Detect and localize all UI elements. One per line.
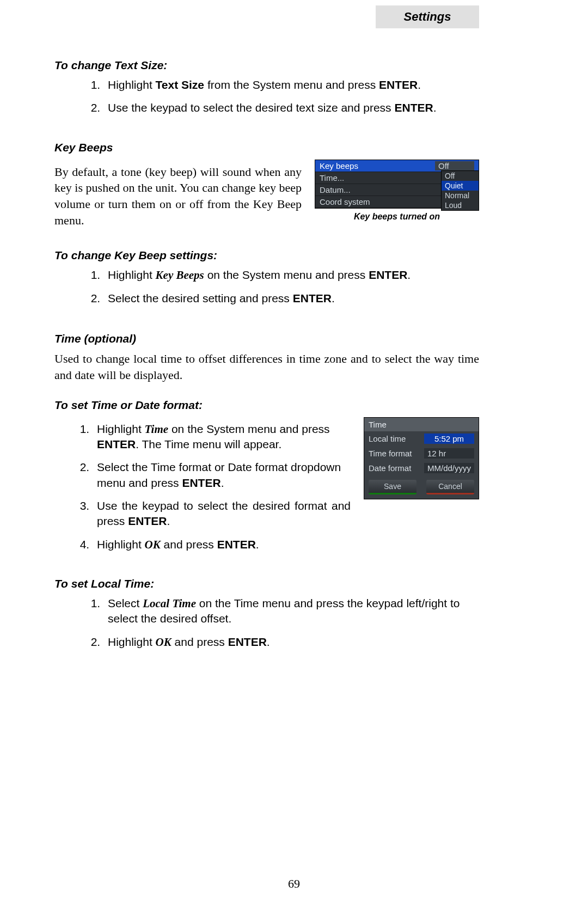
step: Highlight OK and press ENTER. [103, 634, 479, 650]
step: Use the keypad to select the desired for… [93, 498, 351, 529]
step: Highlight Key Beeps on the System menu a… [103, 267, 479, 283]
step: Select the Time format or Date format dr… [93, 460, 351, 491]
steps-time-format: Highlight Time on the System menu and pr… [54, 422, 351, 552]
cancel-button: Cancel [426, 480, 474, 494]
body-time: Used to change local time to offset diff… [54, 351, 479, 383]
time-menu-title: Time [364, 418, 479, 431]
step: Select the desired setting and press ENT… [103, 291, 479, 306]
heading-time-optional: Time (optional) [54, 332, 479, 345]
save-button: Save [369, 480, 416, 494]
dropdown-option-loud: Loud [442, 200, 479, 210]
steps-text-size: Highlight Text Size from the System menu… [54, 77, 479, 116]
dropdown-option-off: Off [442, 171, 479, 181]
step: Use the keypad to select the desired tex… [103, 100, 479, 115]
heading-change-text-size: To change Text Size: [54, 59, 479, 72]
time-row-local: Local time 5:52 pm [364, 431, 479, 446]
header-tab: Settings [376, 5, 479, 28]
step: Highlight OK and press ENTER. [93, 537, 351, 552]
step: Highlight Time on the System menu and pr… [93, 422, 351, 453]
steps-local-time: Select Local Time on the Time menu and p… [54, 596, 479, 650]
heading-set-time-format: To set Time or Date format: [54, 399, 479, 412]
page-content: To change Text Size: Highlight Text Size… [54, 44, 479, 657]
heading-key-beeps: Key Beeps [54, 141, 479, 154]
heading-change-key-beep: To change Key Beep settings: [54, 249, 479, 262]
steps-key-beeps: Highlight Key Beeps on the System menu a… [54, 267, 479, 306]
figure-caption-key-beeps: Key beeps turned on [315, 212, 479, 222]
heading-set-local-time: To set Local Time: [54, 577, 479, 590]
key-beeps-dropdown: Off Quiet Normal Loud [441, 170, 479, 211]
step: Select Local Time on the Time menu and p… [103, 596, 479, 627]
figure-key-beeps: Key beeps Off Time... Datum... Coord sys… [315, 160, 479, 222]
time-row-format: Time format 12 hr [364, 446, 479, 461]
page-number: 69 [0, 877, 588, 891]
step: Highlight Text Size from the System menu… [103, 77, 479, 93]
body-key-beeps: By default, a tone (key beep) will sound… [54, 164, 302, 229]
dropdown-option-normal: Normal [442, 191, 479, 200]
figure-time-menu: Time Local time 5:52 pm Time format 12 h… [364, 417, 479, 499]
dropdown-option-quiet: Quiet [442, 181, 479, 191]
time-row-date: Date format MM/dd/yyyy [364, 461, 479, 475]
